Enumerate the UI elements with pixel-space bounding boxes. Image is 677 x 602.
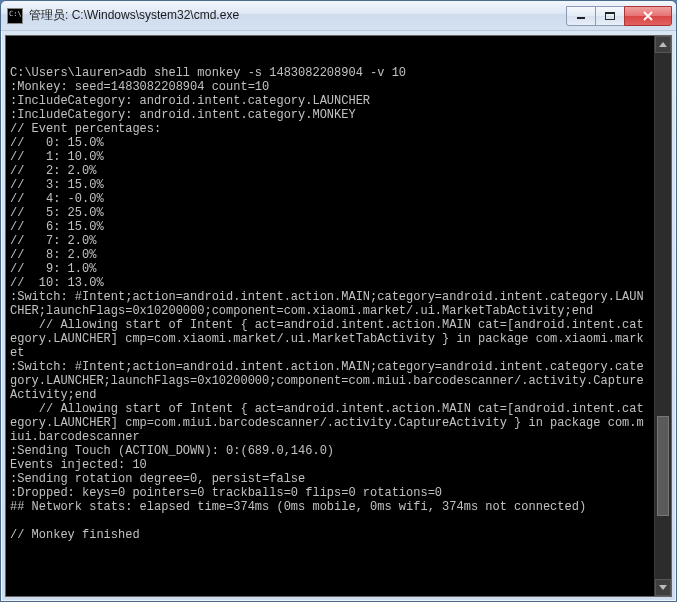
console[interactable]: C:\Users\lauren>adb shell monkey -s 1483… <box>5 35 672 597</box>
output-line: // 1: 10.0% <box>10 150 104 164</box>
output-line: // Allowing start of Intent { act=androi… <box>10 318 644 360</box>
console-output: C:\Users\lauren>adb shell monkey -s 1483… <box>10 66 667 542</box>
client-area: C:\Users\lauren>adb shell monkey -s 1483… <box>1 31 676 601</box>
output-line: :Monkey: seed=1483082208904 count=10 <box>10 80 269 94</box>
maximize-button[interactable] <box>595 6 625 26</box>
close-button[interactable] <box>624 6 672 26</box>
scroll-thumb[interactable] <box>657 416 669 516</box>
window-buttons <box>567 6 672 26</box>
output-line: :Sending Touch (ACTION_DOWN): 0:(689.0,1… <box>10 444 334 458</box>
chevron-down-icon <box>659 585 667 590</box>
output-line: Events injected: 10 <box>10 458 147 472</box>
minimize-icon <box>576 12 586 20</box>
output-line: // 6: 15.0% <box>10 220 104 234</box>
chevron-up-icon <box>659 42 667 47</box>
maximize-icon <box>605 12 615 20</box>
output-line: // 3: 15.0% <box>10 178 104 192</box>
scroll-down-button[interactable] <box>655 579 671 596</box>
output-line: :Switch: #Intent;action=android.intent.a… <box>10 360 644 402</box>
titlebar[interactable]: 管理员: C:\Windows\system32\cmd.exe <box>1 1 676 31</box>
output-line: :IncludeCategory: android.intent.categor… <box>10 108 356 122</box>
command-text: adb shell monkey -s 1483082208904 -v 10 <box>125 66 406 80</box>
output-line: :Switch: #Intent;action=android.intent.a… <box>10 290 644 318</box>
cmd-icon <box>7 8 23 24</box>
output-line: // 0: 15.0% <box>10 136 104 150</box>
svg-rect-0 <box>577 17 585 19</box>
output-line: // 7: 2.0% <box>10 234 96 248</box>
close-icon <box>642 11 654 21</box>
output-line: // 8: 2.0% <box>10 248 96 262</box>
output-line: // 9: 1.0% <box>10 262 96 276</box>
output-line: // Monkey finished <box>10 528 140 542</box>
vertical-scrollbar[interactable] <box>654 36 671 596</box>
output-line: :Sending rotation degree=0, persist=fals… <box>10 472 305 486</box>
scroll-up-button[interactable] <box>655 36 671 53</box>
output-line: ## Network stats: elapsed time=374ms (0m… <box>10 500 586 514</box>
output-line: :IncludeCategory: android.intent.categor… <box>10 94 370 108</box>
minimize-button[interactable] <box>566 6 596 26</box>
output-line: // 4: -0.0% <box>10 192 104 206</box>
output-line: :Dropped: keys=0 pointers=0 trackballs=0… <box>10 486 442 500</box>
svg-rect-2 <box>605 12 615 14</box>
output-line: // Event percentages: <box>10 122 161 136</box>
output-line: // 5: 25.0% <box>10 206 104 220</box>
output-line: // Allowing start of Intent { act=androi… <box>10 402 644 444</box>
cmd-window: 管理员: C:\Windows\system32\cmd.exe C:\User… <box>0 0 677 602</box>
prompt: C:\Users\lauren> <box>10 66 125 80</box>
window-title: 管理员: C:\Windows\system32\cmd.exe <box>29 7 567 24</box>
output-line: // 2: 2.0% <box>10 164 96 178</box>
output-line: // 10: 13.0% <box>10 276 104 290</box>
